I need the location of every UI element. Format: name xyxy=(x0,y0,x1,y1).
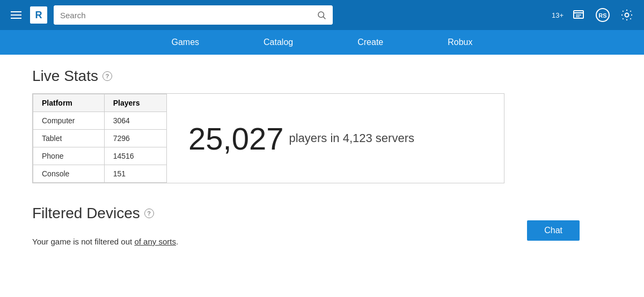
nav-bar: Games Catalog Create Robux xyxy=(0,30,644,55)
live-stats-container: Platform Players Computer 3064 Tablet 72… xyxy=(32,93,504,183)
filtered-text: Your game is not filtered out of any sor… xyxy=(32,237,178,246)
age-badge: 13+ xyxy=(552,11,564,19)
platform-computer: Computer xyxy=(33,112,105,130)
table-row: Phone 14516 xyxy=(33,147,167,165)
nav-robux[interactable]: Robux xyxy=(415,30,504,55)
total-players-number: 25,027 xyxy=(188,121,283,157)
menu-icon[interactable] xyxy=(9,9,24,21)
players-phone: 14516 xyxy=(104,147,166,165)
header-right: 13+ RS xyxy=(552,6,635,24)
platform-console: Console xyxy=(33,165,105,183)
filtered-devices-title: Filtered Devices ? xyxy=(32,205,612,222)
svg-text:RS: RS xyxy=(598,12,606,19)
players-console: 151 xyxy=(104,165,166,183)
search-button[interactable] xyxy=(310,5,333,25)
stats-description: players in 4,123 servers xyxy=(289,131,414,145)
filtered-devices-section: Filtered Devices ? Your game is not filt… xyxy=(32,205,612,246)
nav-create[interactable]: Create xyxy=(325,30,415,55)
filtered-devices-help-icon[interactable]: ? xyxy=(144,209,154,218)
header: R 13+ RS xyxy=(0,0,644,30)
chat-button[interactable]: Chat xyxy=(527,220,580,241)
players-computer: 3064 xyxy=(104,112,166,130)
filtered-text-underline: of any sorts xyxy=(134,237,176,246)
col-platform: Platform xyxy=(33,94,105,112)
nav-games[interactable]: Games xyxy=(139,30,231,55)
stats-summary: 25,027 players in 4,123 servers xyxy=(167,94,504,183)
profile-button[interactable]: RS xyxy=(594,6,612,24)
table-row: Console 151 xyxy=(33,165,167,183)
logo-text: R xyxy=(35,10,42,21)
settings-button[interactable] xyxy=(618,6,635,24)
nav-catalog[interactable]: Catalog xyxy=(231,30,325,55)
logo[interactable]: R xyxy=(30,6,47,24)
bottom-area: Your game is not filtered out of any sor… xyxy=(32,231,612,246)
search-input[interactable] xyxy=(54,5,310,25)
svg-point-0 xyxy=(318,12,324,18)
svg-line-1 xyxy=(323,17,325,19)
main-content: Live Stats ? Platform Players Computer 3… xyxy=(0,55,644,259)
platform-tablet: Tablet xyxy=(33,130,105,147)
col-players: Players xyxy=(104,94,166,112)
table-row: Computer 3064 xyxy=(33,112,167,130)
svg-point-8 xyxy=(625,13,629,17)
live-stats-title: Live Stats ? xyxy=(32,68,612,85)
live-stats-help-icon[interactable]: ? xyxy=(103,71,112,81)
notifications-button[interactable] xyxy=(570,6,587,24)
table-row: Tablet 7296 xyxy=(33,130,167,147)
search-bar xyxy=(54,5,333,25)
svg-rect-2 xyxy=(574,11,583,18)
players-tablet: 7296 xyxy=(104,130,166,147)
stats-table: Platform Players Computer 3064 Tablet 72… xyxy=(33,94,167,183)
platform-phone: Phone xyxy=(33,147,105,165)
